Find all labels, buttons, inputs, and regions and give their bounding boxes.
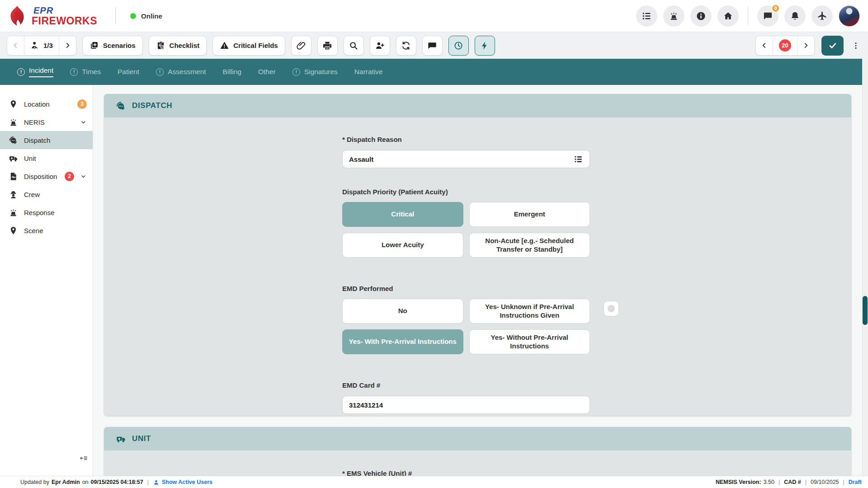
main-panel: DISPATCH * Dispatch Reason Assault Dispa… xyxy=(93,85,868,476)
add-person-button[interactable] xyxy=(370,36,390,56)
refresh-button[interactable] xyxy=(396,36,416,56)
chevron-down-icon[interactable] xyxy=(80,173,87,180)
collapse-sidebar-button[interactable] xyxy=(80,454,88,462)
scenarios-label: Scenarios xyxy=(103,42,136,49)
ambulance-icon xyxy=(116,434,126,444)
header-divider xyxy=(115,7,116,24)
siren-icon[interactable] xyxy=(663,5,684,27)
tab-label: Billing xyxy=(223,68,241,76)
disposition-badge: 2 xyxy=(65,172,74,181)
comments-button[interactable] xyxy=(422,36,443,56)
separator: | xyxy=(805,479,807,485)
crew-person-icon xyxy=(9,190,18,199)
scenarios-button[interactable]: Scenarios xyxy=(82,36,143,56)
sidebar-item-response[interactable]: Response xyxy=(0,203,93,221)
info-icon[interactable] xyxy=(690,5,712,27)
more-menu-button[interactable] xyxy=(850,36,861,56)
unit-section-header: UNIT xyxy=(104,427,851,450)
sidebar-item-scene[interactable]: Scene xyxy=(0,221,93,239)
priority-option-non-acute[interactable]: Non-Acute [e.g.- Scheduled Transfer or S… xyxy=(469,233,590,258)
alert-circle-icon: ! xyxy=(156,68,164,76)
nemsis-label: NEMSIS Version: xyxy=(716,479,761,485)
emd-option-yes-without[interactable]: Yes- Without Pre-Arrival Instructions xyxy=(469,329,590,354)
emd-performed-options: No Yes- Unknown if Pre-Arrival Instructi… xyxy=(342,299,590,354)
scrollbar-track[interactable] xyxy=(862,59,868,476)
tab-patient[interactable]: Patient xyxy=(118,68,139,76)
quick-actions-button[interactable] xyxy=(475,36,495,56)
logo-text-fireworks: FIREWORKS xyxy=(32,16,97,26)
tab-other[interactable]: Other xyxy=(258,68,276,76)
record-next-button[interactable] xyxy=(59,36,76,55)
sidebar-item-crew[interactable]: Crew xyxy=(0,185,93,203)
tab-incident[interactable]: ! Incident xyxy=(17,66,53,77)
app-logo[interactable]: EPR FIREWORKS xyxy=(7,5,97,26)
tab-label: Assessment xyxy=(168,68,206,76)
validate-button[interactable] xyxy=(821,36,844,56)
search-button[interactable] xyxy=(344,36,364,56)
collapse-sidebar-icon xyxy=(80,454,88,462)
siren-icon xyxy=(9,117,18,127)
record-counter[interactable]: 1/3 xyxy=(24,36,59,55)
priority-option-emergent[interactable]: Emergent xyxy=(469,202,590,227)
checklist-icon xyxy=(156,41,165,50)
emd-option-no[interactable]: No xyxy=(342,299,463,324)
times-clock-button[interactable] xyxy=(448,36,469,56)
section-title: DISPATCH xyxy=(132,101,172,110)
list-picker-icon[interactable] xyxy=(574,155,583,164)
alert-count[interactable]: 20 xyxy=(773,36,797,55)
search-icon xyxy=(349,41,359,51)
sidebar-item-dispatch[interactable]: Dispatch xyxy=(0,131,93,149)
sidebar-item-neris[interactable]: NERIS xyxy=(0,113,93,131)
content: Location 3 NERIS Dispatch Unit Dispositi… xyxy=(0,85,868,476)
chevron-down-icon[interactable] xyxy=(80,119,87,126)
dispatch-priority-options: Critical Emergent Lower Acuity Non-Acute… xyxy=(342,202,590,258)
priority-option-lower-acuity[interactable]: Lower Acuity xyxy=(342,233,463,258)
tab-assessment[interactable]: ! Assessment xyxy=(156,68,206,76)
emd-performed-label: EMD Performed xyxy=(342,285,590,292)
dispatch-priority-label: Dispatch Priority (Patient Acuity) xyxy=(342,188,590,196)
chevron-right-icon xyxy=(802,42,810,49)
person-add-icon xyxy=(375,41,385,51)
alert-next-button[interactable] xyxy=(797,36,814,55)
emd-card-label: EMD Card # xyxy=(342,381,590,389)
emd-clear-selection-button[interactable] xyxy=(604,301,619,316)
bell-icon[interactable] xyxy=(784,5,806,27)
radio-circle-icon xyxy=(608,305,615,312)
draft-status-link[interactable]: Draft xyxy=(849,479,862,485)
person-icon xyxy=(153,479,160,486)
home-icon[interactable] xyxy=(717,5,739,27)
siren-icon xyxy=(9,208,18,217)
patient-pulse-icon xyxy=(30,41,40,50)
tab-billing[interactable]: Billing xyxy=(223,68,241,76)
airplane-icon[interactable] xyxy=(811,5,833,27)
user-avatar[interactable] xyxy=(839,5,860,27)
emd-option-yes-unknown[interactable]: Yes- Unknown if Pre-Arrival Instructions… xyxy=(469,299,590,324)
section-title: UNIT xyxy=(132,434,151,443)
dispatch-reason-label: * Dispatch Reason xyxy=(342,136,590,143)
emd-card-input[interactable]: 312431214 xyxy=(342,396,590,414)
scrollbar-thumb[interactable] xyxy=(863,296,868,325)
tab-times[interactable]: ! Times xyxy=(70,68,101,76)
priority-option-critical[interactable]: Critical xyxy=(342,202,463,227)
sidebar-item-disposition[interactable]: Disposition 2 xyxy=(0,167,93,185)
show-active-users-label: Show Active Users xyxy=(162,479,212,485)
emd-option-yes-with[interactable]: Yes- With Pre-Arrival Instructions xyxy=(342,329,463,354)
tab-narrative[interactable]: Narrative xyxy=(354,68,383,76)
dispatch-reason-value: Assault xyxy=(349,155,373,163)
alert-prev-button[interactable] xyxy=(756,36,773,55)
dispatch-reason-input[interactable]: Assault xyxy=(342,150,590,168)
record-prev-button[interactable] xyxy=(7,36,24,55)
checklist-button[interactable]: Checklist xyxy=(149,36,207,56)
print-button[interactable] xyxy=(317,36,338,56)
chat-icon[interactable]: 0 xyxy=(757,5,778,27)
sidebar: Location 3 NERIS Dispatch Unit Dispositi… xyxy=(0,85,93,476)
list-icon[interactable] xyxy=(636,5,657,27)
sidebar-item-location[interactable]: Location 3 xyxy=(0,95,93,113)
tab-signatures[interactable]: ! Signatures xyxy=(292,68,338,76)
attachment-button[interactable] xyxy=(291,36,311,56)
critical-fields-button[interactable]: Critical Fields xyxy=(212,36,285,56)
header-actions: 0 xyxy=(636,5,860,27)
tab-label: Other xyxy=(258,68,276,76)
sidebar-item-unit[interactable]: Unit xyxy=(0,149,93,167)
show-active-users-link[interactable]: Show Active Users xyxy=(153,479,212,486)
